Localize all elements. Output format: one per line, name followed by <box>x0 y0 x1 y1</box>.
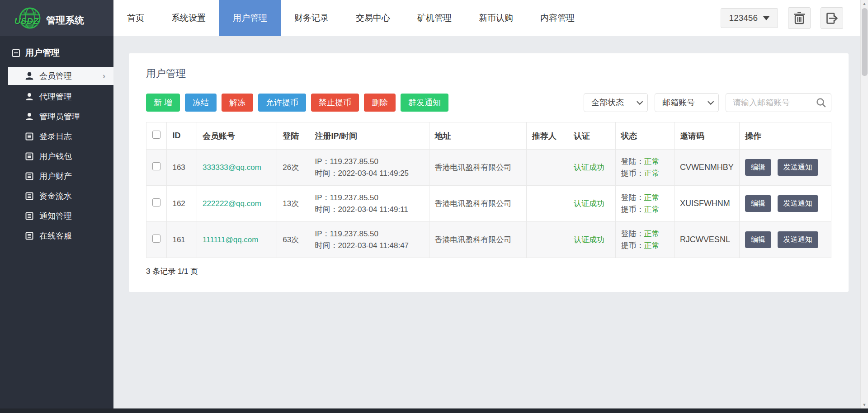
tab-system-settings[interactable]: 系统设置 <box>158 0 219 36</box>
delete-button[interactable]: 删除 <box>364 94 396 112</box>
user-icon <box>25 113 33 121</box>
tab-home[interactable]: 首页 <box>113 0 158 36</box>
user-dropdown-label: 123456 <box>729 13 758 23</box>
status-filter-value: 全部状态 <box>591 97 624 108</box>
status-filter-select[interactable]: 全部状态 <box>584 93 648 112</box>
sidebar-item-admin-management[interactable]: 管理员管理 <box>0 107 113 127</box>
tab-trade-center[interactable]: 交易中心 <box>342 0 404 36</box>
app-title: 管理系统 <box>46 14 84 27</box>
list-icon <box>25 212 33 220</box>
sidebar-item-label: 用户财产 <box>39 171 72 182</box>
bottom-bar <box>0 408 868 413</box>
trash-icon <box>793 12 805 24</box>
sidebar-item-online-service[interactable]: 在线客服 <box>0 226 113 246</box>
collapse-icon <box>12 49 20 57</box>
list-icon <box>25 232 33 240</box>
row-checkbox[interactable] <box>152 162 160 170</box>
send-notify-button[interactable]: 发送通知 <box>778 231 818 248</box>
sidebar-item-member-management[interactable]: 会员管理 › <box>8 67 113 85</box>
scroll-up-icon[interactable]: ▲ <box>861 0 868 7</box>
tab-miner-management[interactable]: 矿机管理 <box>404 0 465 36</box>
cell-actions: 编辑 发送通知 <box>739 222 831 258</box>
page-title: 用户管理 <box>146 67 831 80</box>
list-icon <box>25 152 33 160</box>
globe-logo-icon: USDZ <box>18 6 42 30</box>
sidebar-item-label: 管理员管理 <box>39 111 80 122</box>
sidebar-item-label: 通知管理 <box>39 211 72 221</box>
col-referrer: 推荐人 <box>526 122 568 150</box>
cell-ip-time: IP：119.237.85.50 时间：2022-03-04 11:49:11 <box>309 186 429 222</box>
search-input[interactable] <box>726 93 831 112</box>
row-checkbox[interactable] <box>152 235 160 243</box>
row-checkbox[interactable] <box>152 198 160 206</box>
main-content: 用户管理 新 增 冻结 解冻 允许提币 禁止提币 删除 群发通知 全部状态 邮箱… <box>113 36 868 413</box>
cell-logins: 26次 <box>277 150 309 186</box>
forbid-withdraw-button[interactable]: 禁止提币 <box>311 94 359 112</box>
tab-finance-records[interactable]: 财务记录 <box>281 0 342 36</box>
cell-invite-code: RJCWVESNL <box>674 222 739 258</box>
cell-status: 登陆：正常 提币：正常 <box>615 150 674 186</box>
sidebar-section-title: 用户管理 <box>25 47 60 59</box>
edit-button[interactable]: 编辑 <box>745 231 771 248</box>
cell-logins: 63次 <box>277 222 309 258</box>
edit-button[interactable]: 编辑 <box>745 195 771 212</box>
tab-user-management[interactable]: 用户管理 <box>219 0 281 36</box>
col-account: 会员账号 <box>197 122 277 150</box>
cell-auth: 认证成功 <box>568 186 616 222</box>
scroll-down-icon[interactable]: ▼ <box>861 401 868 408</box>
chevron-down-icon <box>637 99 643 105</box>
add-button[interactable]: 新 增 <box>146 94 180 112</box>
trash-button[interactable] <box>788 7 811 29</box>
sidebar-item-agent-management[interactable]: 代理管理 <box>0 87 113 107</box>
sidebar-item-label: 资金流水 <box>39 191 72 202</box>
cell-address: 香港电讯盈科有限公司 <box>429 222 526 258</box>
col-status: 状态 <box>615 122 674 150</box>
sidebar-section-header[interactable]: 用户管理 <box>0 47 113 67</box>
send-notify-button[interactable]: 发送通知 <box>778 195 818 212</box>
member-account-link[interactable]: 222222@qq.com <box>203 199 261 208</box>
field-filter-select[interactable]: 邮箱账号 <box>655 93 719 112</box>
cell-id: 162 <box>167 186 197 222</box>
member-account-link[interactable]: 333333@qq.com <box>203 163 261 172</box>
edit-button[interactable]: 编辑 <box>745 159 771 176</box>
col-logins: 登陆 <box>277 122 309 150</box>
sidebar-item-fund-flow[interactable]: 资金流水 <box>0 186 113 206</box>
cell-referrer <box>526 186 568 222</box>
sidebar-item-label: 登录日志 <box>39 131 72 142</box>
select-all-checkbox[interactable] <box>152 131 160 139</box>
tab-content-management[interactable]: 内容管理 <box>527 0 588 36</box>
user-dropdown[interactable]: 123456 <box>721 8 778 28</box>
sidebar-item-login-log[interactable]: 登录日志 <box>0 127 113 146</box>
allow-withdraw-button[interactable]: 允许提币 <box>258 94 306 112</box>
search-icon[interactable] <box>816 98 826 108</box>
vertical-scrollbar[interactable]: ▲ ▼ <box>860 0 868 408</box>
cell-invite-code: CVWENMHBY <box>674 150 739 186</box>
sidebar-item-user-wallet[interactable]: 用户钱包 <box>0 146 113 166</box>
sidebar-item-label: 会员管理 <box>39 70 72 81</box>
freeze-button[interactable]: 冻结 <box>185 94 217 112</box>
topbar-actions: 123456 <box>721 0 843 36</box>
record-count: 3 条记录 1/1 页 <box>146 266 831 277</box>
top-bar: USDZ 管理系统 首页 系统设置 用户管理 财务记录 交易中心 矿机管理 新币… <box>0 0 868 36</box>
col-ip-time: 注册IP/时间 <box>309 122 429 150</box>
mass-notify-button[interactable]: 群发通知 <box>401 94 448 112</box>
logout-button[interactable] <box>821 7 843 29</box>
send-notify-button[interactable]: 发送通知 <box>778 159 818 176</box>
sidebar: 用户管理 会员管理 › 代理管理 管理员管理 <box>0 36 113 413</box>
cell-ip-time: IP：119.237.85.50 时间：2022-03-04 11:48:47 <box>309 222 429 258</box>
member-account-link[interactable]: 111111@qq.com <box>203 235 258 244</box>
caret-down-icon <box>763 16 769 20</box>
col-actions: 操作 <box>739 122 831 150</box>
tab-new-coin[interactable]: 新币认购 <box>465 0 527 36</box>
cell-id: 161 <box>167 222 197 258</box>
unfreeze-button[interactable]: 解冻 <box>222 94 253 112</box>
scrollbar-thumb[interactable] <box>862 8 868 76</box>
list-icon <box>25 172 33 180</box>
chevron-right-icon: › <box>103 71 105 81</box>
cell-status: 登陆：正常 提币：正常 <box>615 186 674 222</box>
sidebar-item-notice-management[interactable]: 通知管理 <box>0 206 113 226</box>
chevron-down-icon <box>708 99 714 105</box>
sidebar-item-label: 用户钱包 <box>39 151 72 162</box>
sidebar-item-user-assets[interactable]: 用户财产 <box>0 166 113 186</box>
members-table: ID 会员账号 登陆 注册IP/时间 地址 推荐人 认证 状态 邀请码 操作 <box>146 122 831 258</box>
